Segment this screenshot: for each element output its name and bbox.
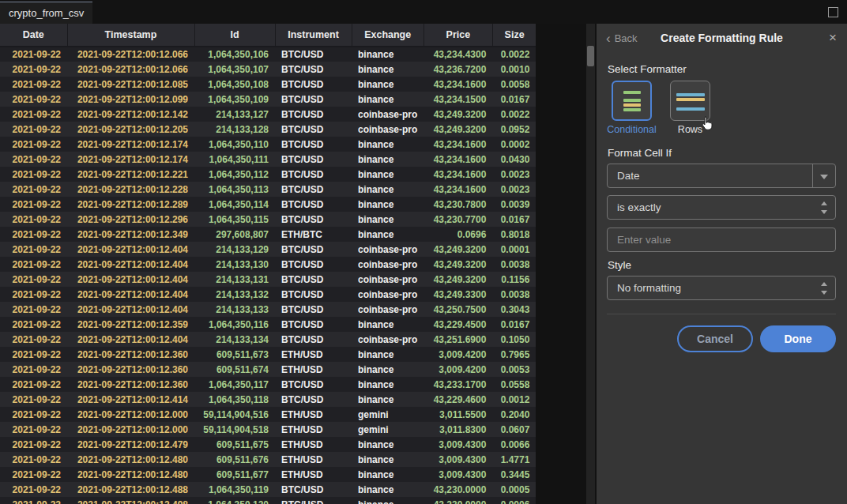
cell-price[interactable]: 3,009.4300 (424, 467, 492, 482)
cell-size[interactable]: 0.0006 (492, 497, 536, 504)
cell-timestamp[interactable]: 2021-09-22T12:00:12.296 (67, 212, 194, 227)
cell-date[interactable]: 2021-09-22 (0, 302, 67, 317)
cell-date[interactable]: 2021-09-22 (0, 242, 67, 257)
cell-size[interactable]: 0.0038 (492, 257, 536, 272)
cell-instrument[interactable]: BTC/USD (275, 137, 352, 152)
table-row[interactable]: 2021-09-222021-09-22T12:00:12.2891,064,3… (0, 197, 536, 212)
cell-instrument[interactable]: BTC/USD (275, 392, 352, 407)
cell-size[interactable]: 0.0167 (492, 212, 536, 227)
cell-date[interactable]: 2021-09-22 (0, 257, 67, 272)
cell-size[interactable]: 0.0039 (492, 197, 536, 212)
cell-date[interactable]: 2021-09-22 (0, 407, 67, 422)
cell-id[interactable]: 1,064,350,120 (194, 497, 275, 504)
cell-instrument[interactable]: BTC/USD (275, 272, 352, 287)
table-row[interactable]: 2021-09-222021-09-22T12:00:12.1741,064,3… (0, 152, 536, 167)
cell-timestamp[interactable]: 2021-09-22T12:00:12.174 (67, 152, 194, 167)
cell-instrument[interactable]: ETH/BTC (275, 227, 352, 242)
cell-size[interactable]: 0.0001 (492, 242, 536, 257)
cell-timestamp[interactable]: 2021-09-22T12:00:12.404 (67, 272, 194, 287)
cell-id[interactable]: 1,064,350,113 (194, 182, 275, 197)
cell-exchange[interactable]: binance (352, 317, 424, 332)
cell-date[interactable]: 2021-09-22 (0, 347, 67, 362)
cell-price[interactable]: 43,236.7200 (424, 62, 492, 77)
cell-date[interactable]: 2021-09-22 (0, 77, 67, 92)
cell-date[interactable]: 2021-09-22 (0, 197, 67, 212)
cell-timestamp[interactable]: 2021-09-22T12:00:12.099 (67, 92, 194, 107)
cell-id[interactable]: 214,133,133 (194, 302, 275, 317)
cell-exchange[interactable]: binance (352, 392, 424, 407)
cell-timestamp[interactable]: 2021-09-22T12:00:12.349 (67, 227, 194, 242)
column-header-size[interactable]: Size (492, 24, 536, 47)
table-row[interactable]: 2021-09-222021-09-22T12:00:12.360609,511… (0, 347, 536, 362)
cell-size[interactable]: 0.0167 (492, 92, 536, 107)
cell-exchange[interactable]: binance (352, 212, 424, 227)
column-header-price[interactable]: Price (424, 24, 492, 47)
table-row[interactable]: 2021-09-222021-09-22T12:00:12.4881,064,3… (0, 482, 536, 497)
cell-price[interactable]: 43,249.3200 (424, 257, 492, 272)
cell-price[interactable]: 43,229.4600 (424, 392, 492, 407)
cell-date[interactable]: 2021-09-22 (0, 287, 67, 302)
cell-id[interactable]: 1,064,350,119 (194, 482, 275, 497)
cell-price[interactable]: 43,230.0000 (424, 482, 492, 497)
table-row[interactable]: 2021-09-222021-09-22T12:00:12.404214,133… (0, 272, 536, 287)
cell-size[interactable]: 0.3043 (492, 302, 536, 317)
cell-timestamp[interactable]: 2021-09-22T12:00:12.066 (67, 47, 194, 62)
cell-date[interactable]: 2021-09-22 (0, 122, 67, 137)
cell-price[interactable]: 43,234.1500 (424, 92, 492, 107)
cell-id[interactable]: 214,133,129 (194, 242, 275, 257)
cell-exchange[interactable]: binance (352, 497, 424, 504)
cell-price[interactable]: 0.0696 (424, 227, 492, 242)
cell-size[interactable]: 0.0005 (492, 482, 536, 497)
cell-timestamp[interactable]: 2021-09-22T12:00:12.142 (67, 107, 194, 122)
cell-price[interactable]: 43,249.3200 (424, 242, 492, 257)
cell-id[interactable]: 1,064,350,116 (194, 317, 275, 332)
cell-id[interactable]: 609,511,676 (194, 452, 275, 467)
cell-instrument[interactable]: BTC/USD (275, 497, 352, 504)
operator-select[interactable]: is exactly (607, 195, 836, 220)
cell-timestamp[interactable]: 2021-09-22T12:00:12.228 (67, 182, 194, 197)
column-header-id[interactable]: Id (194, 24, 275, 47)
cell-instrument[interactable]: BTC/USD (275, 257, 352, 272)
cell-instrument[interactable]: BTC/USD (275, 47, 352, 62)
cell-size[interactable]: 0.3445 (492, 467, 536, 482)
table-row[interactable]: 2021-09-222021-09-22T12:00:12.4981,064,3… (0, 497, 536, 504)
cell-id[interactable]: 59,114,904,518 (194, 422, 275, 437)
table-row[interactable]: 2021-09-222021-09-22T12:00:12.480609,511… (0, 452, 536, 467)
cell-exchange[interactable]: binance (352, 362, 424, 377)
cell-instrument[interactable]: ETH/USD (275, 407, 352, 422)
cell-id[interactable]: 214,133,127 (194, 107, 275, 122)
cell-price[interactable]: 3,009.4300 (424, 437, 492, 452)
cell-timestamp[interactable]: 2021-09-22T12:00:12.404 (67, 302, 194, 317)
cell-id[interactable]: 1,064,350,112 (194, 167, 275, 182)
cell-exchange[interactable]: binance (352, 182, 424, 197)
cell-id[interactable]: 609,511,675 (194, 437, 275, 452)
cell-size[interactable]: 0.0012 (492, 392, 536, 407)
cell-size[interactable]: 0.0430 (492, 152, 536, 167)
cell-timestamp[interactable]: 2021-09-22T12:00:12.085 (67, 77, 194, 92)
cell-price[interactable]: 43,230.7700 (424, 212, 492, 227)
table-row[interactable]: 2021-09-222021-09-22T12:00:12.404214,133… (0, 242, 536, 257)
cell-exchange[interactable]: binance (352, 92, 424, 107)
cell-id[interactable]: 1,064,350,108 (194, 77, 275, 92)
cell-date[interactable]: 2021-09-22 (0, 452, 67, 467)
table-row[interactable]: 2021-09-222021-09-22T12:00:12.3601,064,3… (0, 377, 536, 392)
cell-exchange[interactable]: coinbase-pro (352, 107, 424, 122)
formatter-conditional-button[interactable] (612, 81, 652, 121)
cell-exchange[interactable]: binance (352, 377, 424, 392)
cell-id[interactable]: 214,133,131 (194, 272, 275, 287)
cell-size[interactable]: 0.2040 (492, 407, 536, 422)
cell-date[interactable]: 2021-09-22 (0, 482, 67, 497)
cell-size[interactable]: 0.0022 (492, 47, 536, 62)
cell-timestamp[interactable]: 2021-09-22T12:00:12.414 (67, 392, 194, 407)
cell-exchange[interactable]: coinbase-pro (352, 122, 424, 137)
table-row[interactable]: 2021-09-222021-09-22T12:00:12.205214,133… (0, 122, 536, 137)
cell-date[interactable]: 2021-09-22 (0, 182, 67, 197)
cell-timestamp[interactable]: 2021-09-22T12:00:12.480 (67, 452, 194, 467)
cell-price[interactable]: 3,009.4200 (424, 362, 492, 377)
cell-price[interactable]: 43,229.4500 (424, 317, 492, 332)
cell-instrument[interactable]: ETH/USD (275, 452, 352, 467)
cell-price[interactable]: 43,234.1600 (424, 182, 492, 197)
cell-exchange[interactable]: binance (352, 137, 424, 152)
cell-timestamp[interactable]: 2021-09-22T12:00:12.404 (67, 332, 194, 347)
cell-id[interactable]: 1,064,350,111 (194, 152, 275, 167)
